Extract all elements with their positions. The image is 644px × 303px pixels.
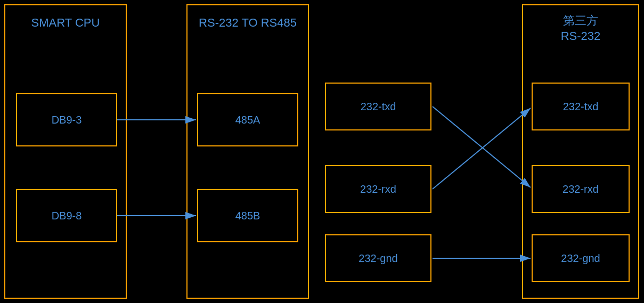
diagram: SMART CPU DB9-3 DB9-8 RS-232 TO RS485 48… [0,0,644,303]
485b-box: 485B [197,189,298,242]
3rd-txd-label: 232-txd [563,101,599,113]
rs232-rs485-header: RS-232 TO RS485 [186,16,309,30]
db9-3-label: DB9-3 [52,114,82,126]
3rd-gnd-label: 232-gnd [561,252,600,265]
3rd-rxd-box: 232-rxd [532,165,630,213]
485b-label: 485B [235,210,260,222]
rxd-to-3rd-txd-arrow [433,108,531,189]
232-txd-label: 232-txd [361,101,396,113]
smart-cpu-header: SMART CPU [4,16,127,30]
485a-box: 485A [197,93,298,146]
232-gnd-box: 232-gnd [325,234,431,282]
485a-label: 485A [235,114,260,126]
232-gnd-label: 232-gnd [358,252,397,265]
txd-to-3rd-rxd-arrow [433,107,531,187]
col2-outer-box [186,4,309,299]
232-txd-box: 232-txd [325,83,431,130]
232-rxd-box: 232-rxd [325,165,431,213]
third-party-header: 第三方 RS-232 [522,13,639,44]
db9-8-box: DB9-8 [16,189,117,242]
3rd-gnd-box: 232-gnd [532,234,630,282]
3rd-rxd-label: 232-rxd [563,183,599,195]
db9-8-label: DB9-8 [52,210,82,222]
col1-outer-box [4,4,127,299]
3rd-txd-box: 232-txd [532,83,630,130]
232-rxd-label: 232-rxd [360,183,396,195]
db9-3-box: DB9-3 [16,93,117,146]
